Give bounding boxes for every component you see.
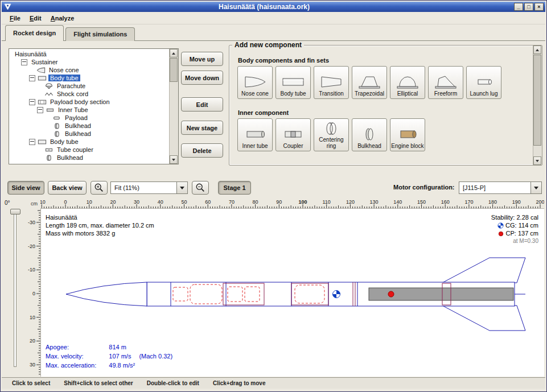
svg-text:80: 80 [253, 199, 258, 205]
zoom-combo[interactable]: Fit (11%) [110, 181, 188, 194]
svg-text:90: 90 [276, 199, 282, 205]
add-component-panel: Add new component Body components and fi… [229, 45, 542, 166]
component-button-coupler[interactable]: Coupler [275, 118, 311, 151]
parachute-icon [44, 83, 54, 89]
tree-item-nose-cone[interactable]: Nose cone [10, 66, 169, 74]
tree-expander-icon[interactable] [29, 99, 35, 105]
tree-item-sustainer[interactable]: Sustainer [10, 58, 169, 66]
side-view-button[interactable]: Side view [7, 181, 44, 195]
tree-item-label: Body tube [48, 138, 80, 145]
tree-item-tube-coupler[interactable]: Tube coupler [10, 146, 169, 154]
tree-item-haisun-t-[interactable]: Haisunäätä [10, 50, 169, 58]
tree-item-body-tube[interactable]: Body tube [10, 74, 169, 82]
back-view-button[interactable]: Back view [48, 181, 87, 195]
panel-scrollbar[interactable] [533, 46, 542, 165]
move-down-button[interactable]: Move down [181, 71, 223, 85]
bulkhead-icon [52, 123, 61, 129]
motor-configuration-label: Motor configuration: [393, 184, 455, 191]
arrow-up-icon [536, 49, 539, 51]
menu-file[interactable]: File [5, 13, 25, 23]
component-button-engine-block[interactable]: Engine block [390, 118, 425, 151]
menu-edit[interactable]: Edit [25, 13, 46, 23]
tree-item-label: Nose cone [47, 67, 81, 73]
component-button-transition[interactable]: Transition [314, 66, 349, 99]
max-velocity-label: Max. velocity: [46, 352, 96, 361]
nosecone-icon [36, 67, 46, 73]
body-components-row: Nose coneBody tubeTransitionTrapezoidalE… [237, 66, 504, 99]
rotation-slider-handle[interactable] [10, 209, 20, 214]
nose-cone-shape[interactable] [66, 282, 147, 306]
minimize-button[interactable]: _ [514, 3, 523, 11]
scroll-up-button[interactable] [533, 46, 541, 54]
svg-text:-30: -30 [28, 220, 35, 225]
edit-button[interactable]: Edit [181, 97, 223, 112]
tree-item-inner-tube[interactable]: Inner Tube [10, 106, 169, 114]
combo-arrow-button[interactable] [176, 182, 187, 193]
svg-text:-10: -10 [28, 267, 35, 273]
component-button-bulkhead[interactable]: Bulkhead [352, 118, 387, 151]
stage-1-toggle[interactable]: Stage 1 [218, 181, 251, 195]
fin-shape[interactable] [442, 306, 525, 331]
titlebar[interactable]: Haisunäätä (haisunaata.ork) _ □ × [2, 2, 545, 12]
tree-item-parachute[interactable]: Parachute [10, 82, 169, 90]
tree-item-payload[interactable]: Payload [10, 114, 169, 122]
scroll-up-button[interactable] [170, 49, 178, 57]
status-hint: Click to select [12, 380, 50, 386]
combo-arrow-button[interactable] [530, 182, 541, 193]
tree-item-shock-cord[interactable]: Shock cord [10, 90, 169, 98]
component-button-body-tube[interactable]: Body tube [275, 66, 311, 99]
rocket-canvas[interactable]: Haisunäätä Length 189 cm, max. diameter … [40, 208, 544, 377]
scrollbar-thumb[interactable] [170, 58, 178, 82]
tree-item-bulkhead[interactable]: Bulkhead [10, 130, 169, 138]
component-button-elliptical[interactable]: Elliptical [390, 66, 425, 99]
tab-rocket-design[interactable]: Rocket design [5, 25, 64, 41]
svg-text:10: 10 [87, 199, 92, 205]
component-tree: HaisunäätäSustainerNose coneBody tubePar… [9, 48, 179, 164]
component-button-centering-ring[interactable]: Centering ring [314, 118, 349, 151]
tree-expander-icon[interactable] [29, 139, 35, 145]
delete-button[interactable]: Delete [181, 143, 223, 158]
tree-expander-icon[interactable] [21, 59, 27, 65]
transition-icon [319, 73, 344, 90]
maximize-button[interactable]: □ [524, 3, 533, 11]
move-up-button[interactable]: Move up [181, 52, 223, 66]
zoom-in-button[interactable] [91, 181, 108, 195]
component-button-inner-tube[interactable]: Inner tube [237, 118, 273, 151]
motor-configuration-combo[interactable]: [J115-P] [459, 181, 542, 194]
close-button[interactable]: × [534, 3, 544, 11]
svg-text:30: 30 [134, 199, 139, 205]
inner-components-row: Inner tubeCouplerCentering ringBulkheadE… [237, 118, 428, 151]
tree-item-label: Payload [63, 114, 89, 121]
cg-marker [333, 291, 340, 298]
svg-text:70: 70 [229, 199, 235, 205]
component-button-label: Coupler [283, 143, 303, 149]
tree-expander-icon[interactable] [29, 75, 35, 81]
scrollbar-thumb[interactable] [533, 55, 541, 146]
component-button-freeform[interactable]: Freeform [428, 66, 463, 99]
scroll-down-button[interactable] [533, 156, 541, 165]
component-button-nose-cone[interactable]: Nose cone [237, 66, 273, 99]
zoom-out-button[interactable] [192, 181, 209, 195]
rotation-angle-label: 0° [5, 200, 10, 206]
component-button-label: Bulkhead [357, 143, 381, 149]
new-stage-button[interactable]: New stage [181, 121, 223, 135]
tree-expander-icon[interactable] [37, 107, 43, 113]
menu-analyze[interactable]: Analyze [46, 13, 79, 23]
component-button-trapezoidal[interactable]: Trapezoidal [352, 66, 387, 99]
tab-flight-simulations[interactable]: Flight simulations [65, 27, 135, 41]
tree-item-payload-body-section[interactable]: Payload body section [10, 98, 169, 106]
ruler-unit-label: cm [31, 201, 38, 207]
rocket-mass: Mass with motors 3832 g [46, 229, 154, 237]
tree-item-bulkhead[interactable]: Bulkhead [10, 122, 169, 130]
svg-text:100: 100 [298, 199, 307, 205]
tree-item-label: Payload body section [48, 98, 112, 105]
tree-item-body-tube[interactable]: Body tube [10, 138, 169, 146]
tree-item-bulkhead[interactable]: Bulkhead [10, 154, 169, 162]
rotation-slider-track[interactable] [14, 211, 17, 367]
scroll-down-button[interactable] [170, 155, 178, 164]
component-button-label: Centering ring [315, 137, 348, 149]
tree-scrollbar[interactable] [169, 49, 178, 164]
component-button-launch-lug[interactable]: Launch lug [466, 66, 501, 99]
mach-condition: at M=0.30 [491, 237, 538, 245]
fin-shape[interactable] [442, 258, 525, 283]
